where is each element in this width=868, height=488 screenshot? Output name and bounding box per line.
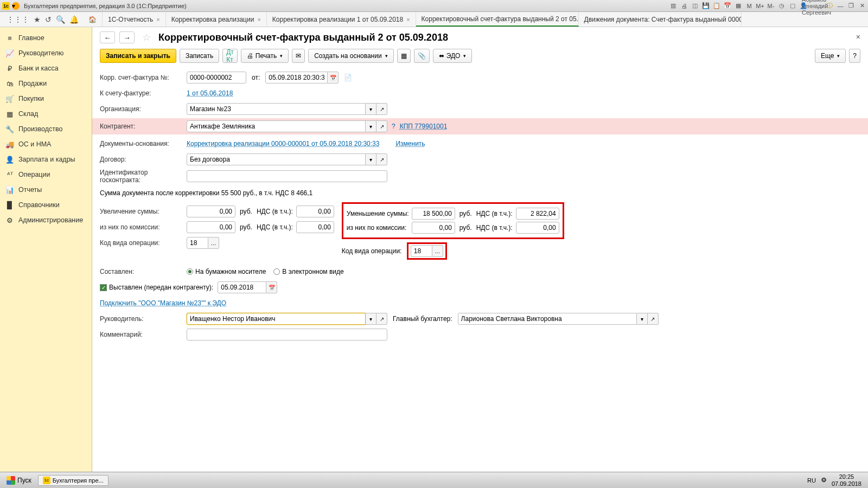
tab-3[interactable]: Корректировочный счет-фактура выданный 2…	[416, 12, 579, 27]
nav-operations[interactable]: ᴬᵀОперации	[0, 167, 92, 182]
m-icon[interactable]: М	[745, 2, 753, 10]
external-icon[interactable]: ↗	[376, 103, 387, 115]
calc-icon[interactable]: ▦	[735, 2, 742, 10]
minimize-icon[interactable]: —	[837, 2, 844, 10]
issued-checkbox[interactable]: ✓	[100, 284, 107, 291]
tab-home[interactable]: 🏠	[83, 12, 103, 27]
m-minus-icon[interactable]: М-	[767, 2, 775, 10]
calendar-icon[interactable]: 📅	[724, 2, 731, 10]
inc-sum-input[interactable]	[187, 206, 235, 217]
close-icon[interactable]: ×	[257, 16, 260, 23]
bell-icon[interactable]: 🔔	[69, 15, 79, 24]
external-icon[interactable]: ↗	[376, 120, 387, 132]
close-doc-icon[interactable]: ×	[856, 33, 860, 41]
restore-icon[interactable]: ❐	[847, 2, 855, 10]
nav-manager[interactable]: 📈Руководителю	[0, 46, 92, 61]
email-button[interactable]: ✉	[292, 49, 305, 63]
inc-comm-input[interactable]	[187, 221, 235, 233]
more-button[interactable]: Еще▾	[815, 49, 846, 63]
tab-2[interactable]: Корректировка реализации 1 от 05.09.2018…	[267, 12, 416, 27]
basis-link[interactable]: Корректировка реализации 0000-000001 от …	[187, 140, 379, 147]
accountant-input[interactable]	[458, 313, 637, 325]
close-icon[interactable]: ×	[406, 16, 410, 23]
app-menu-icon[interactable]: ▾	[12, 2, 20, 10]
search-icon[interactable]: 🔍	[56, 15, 65, 24]
print-preview-icon[interactable]: ▥	[669, 2, 677, 10]
nav-reports[interactable]: 📊Отчеты	[0, 182, 92, 197]
chevron-down-icon[interactable]: ▾	[366, 153, 376, 165]
dec-sum-input[interactable]	[412, 208, 455, 220]
org-input[interactable]	[187, 103, 366, 115]
contragent-input[interactable]	[187, 120, 366, 132]
save-icon[interactable]: 💾	[702, 2, 710, 10]
copy-icon[interactable]: 📋	[713, 2, 720, 10]
connect-edo-link[interactable]: Подключить "ООО "Магазин №23"" к ЭДО	[100, 299, 226, 307]
create-based-button[interactable]: Создать на основании▾	[308, 49, 394, 63]
chevron-down-icon[interactable]: ▾	[366, 120, 376, 132]
ellipsis-icon[interactable]: …	[208, 237, 219, 249]
calendar-icon[interactable]: 📅	[328, 72, 339, 84]
nav-bank[interactable]: ₽Банк и касса	[0, 61, 92, 76]
forward-button[interactable]: →	[119, 31, 135, 43]
chevron-down-icon[interactable]: ▾	[366, 313, 376, 325]
apps-icon[interactable]: ⋮⋮⋮	[7, 15, 29, 24]
comment-input[interactable]	[187, 329, 387, 341]
history-icon[interactable]: ↺	[45, 15, 52, 24]
tab-1[interactable]: Корректировка реализации×	[166, 12, 267, 27]
info-icon[interactable]: ⓘ	[826, 2, 833, 10]
print-button[interactable]: 🖨 Печать▾	[241, 49, 289, 63]
radio-paper[interactable]: На бумажном носителе	[187, 268, 266, 275]
compare-icon[interactable]: ◫	[691, 2, 699, 10]
nav-main[interactable]: ≡Главное	[0, 30, 92, 46]
record-close-button[interactable]: Записать и закрыть	[100, 49, 176, 63]
tab-4[interactable]: Движения документа: Счет-фактура выданны…	[579, 12, 742, 27]
dec-nds-input[interactable]	[516, 208, 559, 220]
contract-input[interactable]	[187, 153, 366, 165]
external-icon[interactable]: ↗	[376, 313, 387, 325]
inc-comm-nds-input[interactable]	[296, 221, 334, 233]
nav-warehouse[interactable]: ▦Склад	[0, 106, 92, 121]
close-window-icon[interactable]: ✕	[858, 2, 866, 10]
change-link[interactable]: Изменить	[395, 140, 425, 147]
number-input[interactable]	[187, 72, 246, 84]
print-icon[interactable]: 🖨	[680, 2, 688, 10]
calendar-icon[interactable]: 📅	[266, 281, 277, 293]
nav-sales[interactable]: 🛍Продажи	[0, 76, 92, 91]
dec-comm-nds-input[interactable]	[516, 222, 559, 234]
nav-refs[interactable]: ▉Справочники	[0, 197, 92, 213]
star-icon[interactable]: ★	[34, 15, 41, 24]
inc-nds-input[interactable]	[296, 206, 334, 217]
chevron-down-icon[interactable]: ▾	[637, 313, 648, 325]
nav-salary[interactable]: 👤Зарплата и кадры	[0, 152, 92, 167]
goscontract-input[interactable]	[187, 170, 387, 182]
to-invoice-link[interactable]: 1 от 05.06.2018	[187, 89, 233, 97]
close-icon[interactable]: ×	[156, 16, 159, 23]
ellipsis-icon[interactable]: …	[432, 245, 443, 257]
chevron-down-icon[interactable]: ▾	[366, 103, 376, 115]
attach-button[interactable]: 📎	[414, 49, 430, 63]
m-plus-icon[interactable]: М+	[756, 2, 764, 10]
date-input[interactable]	[265, 72, 328, 84]
status-icon[interactable]: 📄	[344, 74, 352, 81]
dec-comm-input[interactable]	[412, 222, 455, 234]
clock-icon[interactable]: ◷	[778, 2, 786, 10]
external-icon[interactable]: ↗	[648, 313, 659, 325]
help-icon[interactable]: ?	[392, 123, 395, 130]
record-button[interactable]: Записать	[180, 49, 219, 63]
nav-purchases[interactable]: 🛒Покупки	[0, 91, 92, 106]
tab-0[interactable]: 1С-Отчетность×	[103, 12, 166, 27]
nav-admin[interactable]: ⚙Администрирование	[0, 213, 92, 228]
kpp-link[interactable]: КПП 779901001	[400, 123, 448, 130]
help-button[interactable]: ?	[849, 49, 860, 63]
nav-assets[interactable]: 🚚ОС и НМА	[0, 137, 92, 152]
user-name[interactable]: Абрамов Геннадий Сергеевич	[813, 2, 820, 10]
nav-production[interactable]: 🔧Производство	[0, 121, 92, 137]
post-button[interactable]: ДтКт	[222, 49, 238, 63]
back-button[interactable]: ←	[100, 31, 115, 43]
favorite-icon[interactable]: ☆	[142, 31, 151, 43]
radio-electronic[interactable]: В электронном виде	[273, 268, 343, 275]
op-code1-input[interactable]	[187, 237, 208, 249]
issued-date-input[interactable]	[218, 281, 266, 293]
director-input[interactable]	[187, 313, 366, 325]
panel-icon[interactable]: ▢	[789, 2, 796, 10]
